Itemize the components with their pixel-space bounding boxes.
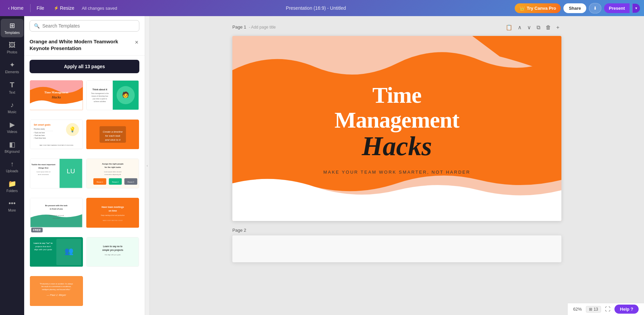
templates-panel: 🔍 Orange and White Modern Teamwork Keyno… — [24, 16, 145, 315]
svg-text:distractions: distractions — [53, 217, 60, 219]
template-thumbnail-1[interactable]: Time Management Hacks — [30, 80, 83, 117]
home-button[interactable]: ‹ Home — [4, 3, 28, 13]
svg-text:and stick to it: and stick to it — [105, 138, 121, 141]
svg-text:Person 3: Person 3 — [128, 182, 134, 183]
topbar-right: 👑 Try Canva Pro Share ⬇ Present ▾ — [515, 3, 640, 13]
svg-text:• Task three here: • Task three here — [34, 137, 46, 139]
search-input[interactable] — [42, 23, 135, 29]
svg-text:on time: on time — [108, 210, 117, 212]
template-thumbnail-10[interactable]: Learn to say no to simple yes projects t… — [86, 237, 140, 273]
template-thumbnail-8[interactable]: Have team meetings on time Keep meetings… — [86, 197, 140, 234]
svg-text:means of directing how: means of directing how — [91, 95, 108, 97]
template-thumbnail-11[interactable]: "Productivity is never an accident. It i… — [30, 276, 83, 312]
sidebar-item-more[interactable]: ••• More — [1, 197, 24, 215]
sidebar-item-uploads[interactable]: ↑ Uploads — [1, 158, 24, 176]
templates-grid: Time Management Hacks Think about it Tim… — [24, 77, 145, 315]
more-icon: ••• — [8, 199, 15, 207]
svg-text:Think about it: Think about it — [92, 88, 107, 91]
crown-icon: 👑 — [519, 6, 525, 11]
svg-rect-15 — [34, 131, 53, 131]
template-thumbnail-4[interactable]: Create a timeline for each task and stic… — [86, 119, 140, 156]
svg-text:Lorem ipsum dolor sit amet: Lorem ipsum dolor sit amet — [104, 171, 122, 173]
text-icon: T — [10, 81, 14, 89]
folders-icon: 📁 — [8, 180, 16, 188]
template-thumbnail-6[interactable]: Assign the right people for the right ta… — [86, 158, 140, 195]
resize-menu[interactable]: Resize — [50, 3, 78, 13]
search-icon: 🔍 — [34, 23, 40, 29]
sidebar-label-background: BKground — [5, 150, 19, 153]
expand-button[interactable]: ⛶ — [605, 306, 610, 312]
present-dropdown-button[interactable]: ▾ — [632, 4, 640, 13]
canva-pro-label: Try Canva Pro — [527, 6, 556, 11]
download-button[interactable]: ⬇ — [589, 3, 601, 13]
svg-text:intelligent planning, and focu: intelligent planning, and focused effort… — [42, 289, 71, 291]
svg-text:things first: things first — [38, 167, 48, 169]
template-thumbnail-7[interactable]: Be present with the task in front of you… — [30, 197, 83, 234]
save-status: All changes saved — [82, 6, 117, 11]
move-up-button[interactable]: ∧ — [516, 23, 524, 32]
svg-text:Learn to say no to: Learn to say no to — [103, 245, 122, 248]
close-template-button[interactable]: × — [133, 38, 141, 46]
delete-slide-button[interactable]: 🗑 — [544, 23, 553, 32]
svg-text:TAKE YOUR TIME PLANNING YOUR P: TAKE YOUR TIME PLANNING YOUR PATH TO SUC… — [39, 145, 74, 146]
svg-text:projects that don't: projects that don't — [35, 245, 51, 247]
chevron-left-icon: ‹ — [8, 5, 10, 11]
svg-text:that align with your goals: that align with your goals — [105, 254, 121, 256]
share-button[interactable]: Share — [563, 3, 586, 13]
panel-collapse-handle[interactable]: ‹ — [145, 16, 150, 315]
sidebar-item-text[interactable]: T Text — [1, 78, 24, 97]
slide-2[interactable] — [232, 235, 561, 262]
present-button[interactable]: Present — [604, 3, 630, 13]
notes-button[interactable]: 📋 — [504, 23, 514, 32]
svg-text:Time management is the: Time management is the — [91, 93, 108, 94]
uploads-icon: ↑ — [10, 160, 14, 168]
try-canva-pro-button[interactable]: 👑 Try Canva Pro — [515, 3, 561, 13]
svg-text:Have team meetings: Have team meetings — [101, 206, 124, 209]
search-box[interactable]: 🔍 — [30, 20, 139, 32]
svg-rect-50 — [86, 198, 139, 228]
sidebar-label-folders: Folders — [6, 189, 17, 193]
slide-1[interactable]: Time Management Hacks MAKE YOUR TEAM WOR… — [232, 36, 561, 221]
sidebar-item-videos[interactable]: ▶ Videos — [1, 118, 24, 136]
sidebar-item-templates[interactable]: ⊞ Templates — [1, 19, 24, 37]
doc-title: Presentation (16:9) - Untitled — [120, 5, 512, 11]
sidebar-item-elements[interactable]: ✦ Elements — [1, 58, 24, 77]
svg-rect-62 — [87, 237, 138, 267]
sidebar-label-videos: Videos — [7, 130, 17, 134]
template-thumbnail-3[interactable]: Set smart goals Prioritize wisely • Task… — [30, 119, 83, 156]
sidebar-item-photos[interactable]: 🖼 Photos — [1, 39, 24, 57]
svg-text:Learn to say "no" to: Learn to say "no" to — [34, 242, 53, 244]
add-slide-button[interactable]: + — [554, 23, 561, 32]
svg-text:for each task: for each task — [105, 134, 121, 137]
sidebar-item-folders[interactable]: 📁 Folders — [1, 177, 24, 195]
sidebar-item-background[interactable]: ◧ BKground — [1, 138, 24, 156]
slide-script-title: Hacks — [315, 133, 479, 160]
svg-text:Tackle the most important: Tackle the most important — [32, 164, 55, 166]
template-thumbnail-9[interactable]: Learn to say "no" to projects that don't… — [30, 237, 83, 273]
page-count-badge: ⊞ 13 — [586, 306, 601, 313]
svg-text:🧑: 🧑 — [122, 91, 129, 98]
template-title: Orange and White Modern Teamwork Keynote… — [30, 38, 139, 51]
apply-all-pages-button[interactable]: Apply all 13 pages — [30, 60, 139, 73]
svg-text:— Paul J. Meyer: — Paul J. Meyer — [46, 294, 66, 297]
add-title-link[interactable]: - Add page title — [249, 25, 276, 30]
template-thumbnail-2[interactable]: Think about it Time management is the me… — [86, 80, 140, 117]
sidebar-item-music[interactable]: ♪ Music — [1, 98, 24, 117]
topbar-divider — [30, 4, 31, 12]
svg-text:Stay focused and avoid: Stay focused and avoid — [49, 215, 64, 216]
template-thumbnail-5[interactable]: Tackle the most important things first L… — [30, 158, 83, 195]
file-menu[interactable]: File — [33, 3, 48, 13]
sidebar-icons: ⊞ Templates 🖼 Photos ✦ Elements T Text ♪… — [0, 16, 24, 315]
svg-text:Prioritize wisely: Prioritize wisely — [34, 128, 45, 130]
page-1-label: Page 1 - Add page title — [232, 25, 276, 30]
duplicate-slide-button[interactable]: ⧉ — [535, 23, 542, 32]
resize-label: Resize — [60, 5, 75, 11]
svg-text:"Productivity is never an acci: "Productivity is never an accident. It i… — [40, 283, 73, 285]
move-down-button[interactable]: ∨ — [525, 23, 533, 32]
svg-text:Person 1: Person 1 — [96, 182, 103, 183]
template-info: Orange and White Modern Teamwork Keynote… — [24, 34, 145, 56]
help-button[interactable]: Help ? — [614, 305, 639, 314]
slide-background: Time Management Hacks MAKE YOUR TEAM WOR… — [232, 36, 561, 221]
music-icon: ♪ — [10, 101, 14, 109]
svg-text:Lorem ipsum dolor sit: Lorem ipsum dolor sit — [37, 171, 51, 173]
